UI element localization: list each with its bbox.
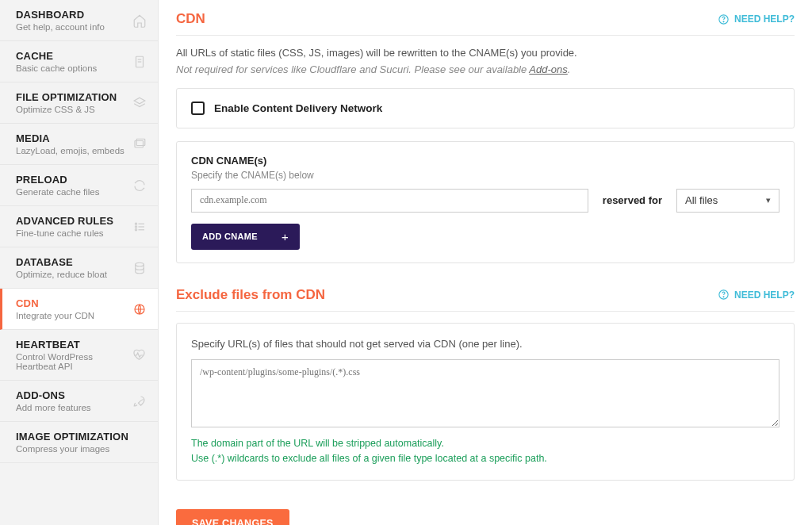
enable-cdn-box: Enable Content Delivery Network (176, 88, 795, 128)
enable-cdn-checkbox[interactable] (191, 102, 205, 115)
svg-point-11 (136, 262, 144, 266)
sidebar-item-addons[interactable]: ADD-ONS Add more features (0, 381, 158, 422)
main-content: CDN NEED HELP? All URLs of static files … (159, 0, 812, 525)
home-icon (132, 13, 147, 28)
svg-point-16 (723, 297, 724, 297)
sidebar-item-cdn[interactable]: CDN Integrate your CDN (0, 289, 158, 330)
exclude-hint-1: The domain part of the URL will be strip… (191, 436, 779, 451)
enable-cdn-label: Enable Content Delivery Network (214, 102, 382, 114)
sidebar-item-cache[interactable]: CACHE Basic cache options (0, 41, 158, 82)
sidebar: DASHBOARD Get help, account info CACHE B… (0, 0, 159, 525)
cdn-description: All URLs of static files (CSS, JS, image… (176, 45, 795, 62)
help-link-cdn[interactable]: NEED HELP? (718, 13, 795, 25)
sidebar-item-preload[interactable]: PRELOAD Generate cache files (0, 165, 158, 206)
sidebar-item-heartbeat[interactable]: HEARTBEAT Control WordPress Heartbeat AP… (0, 330, 158, 381)
sidebar-item-label: DASHBOARD (16, 9, 126, 21)
exclude-box: Specify URL(s) of files that should not … (176, 323, 795, 481)
sidebar-item-dashboard[interactable]: DASHBOARD Get help, account info (0, 0, 158, 41)
help-icon (718, 289, 730, 301)
svg-point-5 (135, 223, 136, 224)
reserved-label: reserved for (603, 194, 662, 206)
add-cname-button[interactable]: ADD CNAME + (191, 224, 300, 250)
exclude-description: Specify URL(s) of files that should not … (191, 338, 779, 350)
cname-box: CDN CNAME(s) Specify the CNAME(s) below … (176, 141, 795, 263)
exclude-textarea[interactable] (191, 359, 779, 427)
rocket-icon (132, 394, 147, 408)
cname-sub: Specify the CNAME(s) below (191, 170, 779, 181)
help-icon (718, 13, 730, 25)
exclude-hint-2: Use (.*) wildcards to exclude all files … (191, 451, 779, 466)
svg-point-14 (723, 21, 724, 21)
sidebar-item-sub: Get help, account info (16, 22, 126, 32)
help-link-exclude[interactable]: NEED HELP? (718, 289, 795, 301)
images-icon (132, 137, 147, 151)
save-button[interactable]: SAVE CHANGES (176, 509, 289, 525)
svg-point-9 (135, 228, 136, 230)
refresh-icon (132, 178, 147, 193)
section-exclude: Exclude files from CDN NEED HELP? Specif… (176, 287, 795, 481)
sidebar-item-image-optimization[interactable]: IMAGE OPTIMIZATION Compress your images (0, 422, 158, 463)
globe-icon (132, 302, 147, 316)
database-icon (132, 261, 147, 275)
file-icon (132, 55, 147, 69)
sidebar-item-media[interactable]: MEDIA LazyLoad, emojis, embeds (0, 124, 158, 165)
svg-rect-3 (135, 140, 144, 147)
cname-title: CDN CNAME(s) (191, 155, 779, 167)
sidebar-item-file-optimization[interactable]: FILE OPTIMIZATION Optimize CSS & JS (0, 82, 158, 124)
addons-link[interactable]: Add-ons (529, 63, 567, 75)
cdn-note: Not required for services like Cloudflar… (176, 63, 795, 75)
cname-input[interactable] (191, 189, 588, 213)
sidebar-item-database[interactable]: DATABASE Optimize, reduce bloat (0, 247, 158, 289)
file-type-select[interactable]: All files (676, 189, 779, 213)
plus-icon: + (282, 230, 289, 243)
section-title-exclude: Exclude files from CDN (176, 287, 325, 303)
layers-icon (132, 96, 147, 110)
section-title-cdn: CDN (176, 11, 205, 27)
svg-point-7 (135, 225, 136, 227)
heartbeat-icon (132, 348, 147, 362)
sidebar-item-advanced-rules[interactable]: ADVANCED RULES Fine-tune cache rules (0, 206, 158, 247)
section-cdn: CDN NEED HELP? All URLs of static files … (176, 11, 795, 263)
svg-rect-4 (136, 139, 145, 145)
sliders-icon (132, 220, 147, 234)
